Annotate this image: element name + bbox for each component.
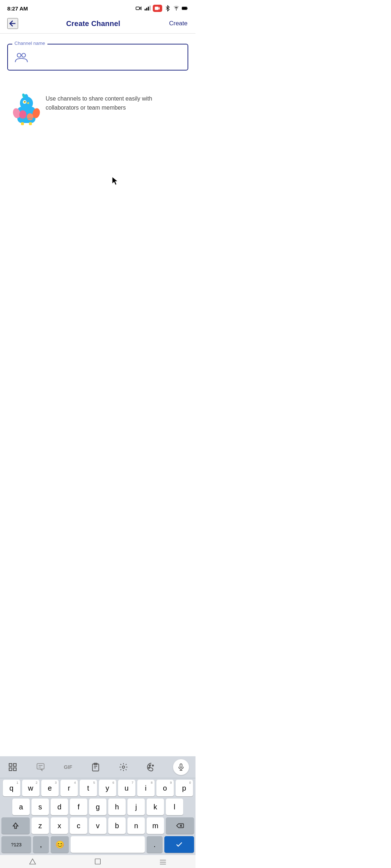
svg-point-12 xyxy=(22,54,26,58)
svg-point-16 xyxy=(24,101,26,103)
recording-icon xyxy=(153,5,162,12)
svg-point-17 xyxy=(25,101,25,102)
svg-point-11 xyxy=(17,54,21,58)
top-nav: Create Channel Create xyxy=(0,15,196,34)
svg-rect-2 xyxy=(145,9,146,11)
svg-rect-6 xyxy=(155,7,159,10)
status-icons xyxy=(135,5,188,12)
channel-name-field[interactable]: Channel name xyxy=(7,44,188,71)
create-button[interactable]: Create xyxy=(168,18,188,29)
mascot-illustration xyxy=(10,92,39,121)
mouse-cursor xyxy=(112,177,119,185)
info-text: Use channels to share content easily wit… xyxy=(46,92,185,112)
channel-name-label: Channel name xyxy=(12,41,47,46)
svg-rect-10 xyxy=(182,7,186,9)
page-title: Create Channel xyxy=(66,20,121,28)
svg-marker-1 xyxy=(140,7,141,10)
svg-point-21 xyxy=(19,110,26,119)
bluetooth-icon xyxy=(164,5,171,12)
svg-rect-5 xyxy=(150,6,151,11)
channel-group-icon xyxy=(14,50,182,65)
svg-point-8 xyxy=(176,9,177,10)
video-icon xyxy=(135,5,142,12)
main-content: Channel name xyxy=(0,34,196,121)
svg-rect-0 xyxy=(136,7,140,10)
info-section: Use channels to share content easily wit… xyxy=(7,92,188,121)
svg-rect-24 xyxy=(29,122,32,125)
status-bar: 8:27 AM xyxy=(0,0,196,15)
back-button[interactable] xyxy=(7,18,18,29)
svg-rect-23 xyxy=(21,122,24,125)
svg-point-22 xyxy=(27,113,33,120)
signal-icon xyxy=(144,5,151,12)
svg-rect-3 xyxy=(146,8,147,11)
svg-marker-7 xyxy=(159,7,160,10)
wifi-icon xyxy=(173,5,180,12)
svg-rect-4 xyxy=(148,7,149,11)
status-time: 8:27 AM xyxy=(7,5,28,12)
battery-icon xyxy=(182,5,188,12)
